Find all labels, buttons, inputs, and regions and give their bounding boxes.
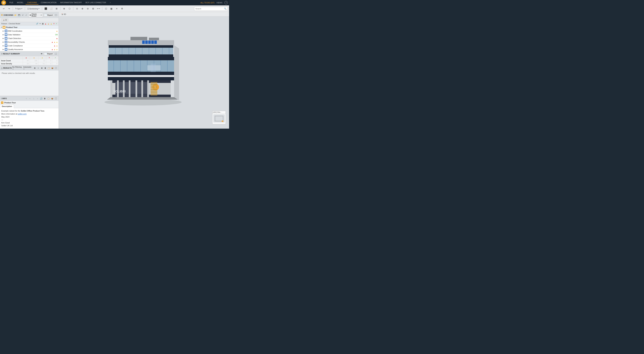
checking-save-button[interactable]: 💾 bbox=[18, 13, 20, 17]
nav-information-takeoff[interactable]: INFORMATION TAKEOFF bbox=[58, 1, 84, 4]
info-expand-button[interactable]: ⛶ bbox=[54, 97, 58, 100]
no-filtering-label[interactable]: No Filtering ▼ bbox=[12, 66, 23, 70]
info-line1: Example ruleset for the Solibri Office P… bbox=[1, 110, 57, 113]
3d-box-button[interactable]: ⬛ bbox=[44, 6, 48, 11]
nav-file[interactable]: FILE bbox=[8, 1, 15, 4]
viewport-canvas[interactable]: SOLIBRI S (ARC) Roo... bbox=[59, 16, 229, 128]
summary-col-yellow: ▲ bbox=[38, 56, 46, 59]
tree-row-quality[interactable]: ▶ Quality Assurance ▲ ▲ ▲ bbox=[0, 47, 58, 51]
expand-checking-button[interactable]: ⛶ bbox=[55, 13, 58, 17]
spin-button[interactable]: ↻ Spin ▼ bbox=[14, 6, 24, 11]
info-right-arrow[interactable]: → bbox=[36, 97, 39, 100]
nav-model[interactable]: MODEL bbox=[15, 1, 25, 4]
checking-open-button[interactable]: 📂 bbox=[14, 13, 17, 17]
orbit-button[interactable]: ⊙ bbox=[75, 6, 79, 11]
info-line2-link[interactable]: solibri.com bbox=[18, 113, 27, 115]
layers-button[interactable]: ≡ bbox=[114, 6, 119, 11]
nav-todo[interactable]: ALL TO-DO (3/7) bbox=[200, 2, 214, 4]
tree-row-clash-detection[interactable]: ▶ Clash Detection ▲ bbox=[0, 36, 58, 40]
svg-rect-37 bbox=[109, 54, 173, 57]
info-down-arrow[interactable]: ↓ bbox=[32, 97, 36, 100]
info-tab-description[interactable]: Description bbox=[0, 105, 14, 108]
tree-row-code-compliance[interactable]: ▶ Code Compliance ▲ ▲ bbox=[0, 44, 58, 47]
results-archive-icon[interactable]: 📦 bbox=[51, 66, 54, 70]
info-left-arrow[interactable]: ← bbox=[28, 97, 32, 100]
info-delete-icon[interactable]: 🗑 bbox=[43, 97, 46, 100]
zoom-in-button[interactable]: ⊕ bbox=[80, 6, 85, 11]
summary-view-icon[interactable]: 👁 bbox=[40, 52, 43, 55]
tree-arrow-data[interactable]: ▶ bbox=[3, 34, 5, 35]
checking-tick-button[interactable]: ✓ bbox=[25, 13, 28, 17]
results-expand-button[interactable]: ⛶ bbox=[54, 66, 58, 70]
svg-rect-4 bbox=[5, 41, 7, 43]
tree-arrow-access[interactable]: ▶ bbox=[3, 41, 5, 43]
undo-button[interactable]: ↩ bbox=[1, 6, 6, 11]
info-archive-icon[interactable]: 📦 bbox=[50, 97, 54, 100]
roof-view-button[interactable]: ⬡ bbox=[104, 6, 108, 11]
results-delete-icon[interactable]: 🗑 bbox=[44, 66, 47, 70]
search-input[interactable] bbox=[196, 8, 224, 10]
tree-row-product-tour[interactable]: ▼ Product Tour bbox=[0, 25, 58, 29]
report-button-checking[interactable]: 📄 Report bbox=[44, 14, 54, 16]
quality-yellow-icon: ▲ bbox=[56, 48, 58, 50]
ruleset-check-icon: ✓ bbox=[56, 23, 57, 25]
summary-report-button[interactable]: 📄 Report bbox=[44, 52, 54, 55]
search-box[interactable]: 🔍 bbox=[194, 7, 228, 11]
tree-row-accessibility[interactable]: ▶ Accessibility Checks ▲ ▲ ▲ bbox=[0, 40, 58, 44]
tree-arrow-product-tour[interactable]: ▼ bbox=[1, 26, 3, 28]
measure-button[interactable]: ⟷ bbox=[96, 6, 101, 11]
settings-button[interactable]: ⚙ bbox=[120, 6, 124, 11]
access-orange-icon: ▲ bbox=[54, 41, 56, 43]
results-grid-icon[interactable]: ⊞ bbox=[33, 66, 36, 70]
results-copy-icon[interactable]: 📋 bbox=[47, 66, 50, 70]
results-list-icon[interactable]: ≡ bbox=[37, 66, 40, 70]
plan-view-button[interactable]: ⊞ bbox=[54, 6, 59, 11]
nav-communication[interactable]: COMMUNICATION bbox=[39, 1, 58, 4]
info-copy-icon[interactable]: 📋 bbox=[47, 97, 50, 100]
redo-button[interactable]: ↪ bbox=[7, 6, 12, 11]
wireframe-button[interactable]: ⬜ bbox=[49, 6, 54, 11]
sigma-icon: Σ bbox=[1, 53, 2, 55]
tree-arrow-clash[interactable]: ▶ bbox=[3, 37, 5, 39]
svg-rect-50 bbox=[149, 38, 159, 40]
nav-checking[interactable]: CHECKING bbox=[26, 1, 38, 4]
info-refresh-icon[interactable]: 🔄 bbox=[40, 97, 43, 100]
building-area: SOLIBRI S bbox=[59, 16, 229, 128]
selection-tool-button[interactable]: ⊕ bbox=[62, 6, 66, 11]
tree-row-data-validation[interactable]: ▶ Data Validation OK bbox=[0, 33, 58, 36]
nav-bcf-live-connector[interactable]: BCF LIVE CONNECTOR bbox=[84, 1, 108, 4]
ruleset-link-icon[interactable]: 🔗 bbox=[36, 23, 38, 25]
minimap-label: (ARC) Roo... bbox=[212, 111, 226, 114]
layout-button[interactable]: ▦ bbox=[109, 6, 114, 11]
results-tree-icon[interactable]: ⊞ bbox=[40, 66, 44, 70]
view-3d-label: 3D bbox=[5, 19, 7, 21]
move-button[interactable]: ⬡ bbox=[67, 6, 72, 11]
viewport-3d-label: 3D bbox=[64, 13, 66, 15]
ruleset-table-icon[interactable]: ▦ bbox=[42, 23, 44, 25]
issue-density-check: 0 bbox=[52, 62, 58, 65]
tree-row-bim-coordination[interactable]: ▶ BIM Coordination ▲ bbox=[0, 29, 58, 33]
summary-expand-button[interactable]: ⛶ bbox=[54, 52, 58, 55]
zoom-fit-button[interactable]: ⊞ bbox=[91, 6, 96, 11]
tree-arrow-quality[interactable]: ▶ bbox=[3, 49, 5, 50]
viewport[interactable]: 🎲 3D ⛶ bbox=[59, 12, 229, 129]
view-3d-button[interactable]: 🎲 3D bbox=[1, 18, 8, 21]
checking-export-button[interactable]: ↗ bbox=[21, 13, 24, 17]
viewport-expand-btn[interactable]: ⛶ bbox=[226, 13, 228, 15]
info-up-arrow[interactable]: ↑ bbox=[25, 97, 28, 100]
tree-arrow-bim[interactable]: ▶ bbox=[3, 30, 5, 32]
sectioning-arrow: ▼ bbox=[38, 8, 40, 9]
automatic-label[interactable]: Automatic ▼ bbox=[23, 66, 33, 70]
viewport-3d-tab[interactable]: 🎲 3D bbox=[60, 13, 67, 15]
check-model-button[interactable]: ⚙ Check Model ▼ bbox=[28, 13, 43, 17]
app-logo[interactable] bbox=[1, 0, 6, 5]
tree-arrow-code[interactable]: ▶ bbox=[3, 45, 5, 46]
sectioning-button[interactable]: ◫ Sectioning ▼ bbox=[26, 6, 40, 11]
nav-views[interactable]: VIEWS bbox=[216, 2, 222, 4]
nav-add-tab[interactable]: + bbox=[108, 1, 112, 4]
ruleset-edit-icon[interactable]: ✏ bbox=[40, 23, 41, 25]
zoom-out-button[interactable]: ⊖ bbox=[85, 6, 90, 11]
svg-rect-18 bbox=[136, 80, 137, 97]
svg-marker-56 bbox=[174, 45, 179, 100]
nav-help[interactable]: ? bbox=[224, 1, 228, 4]
